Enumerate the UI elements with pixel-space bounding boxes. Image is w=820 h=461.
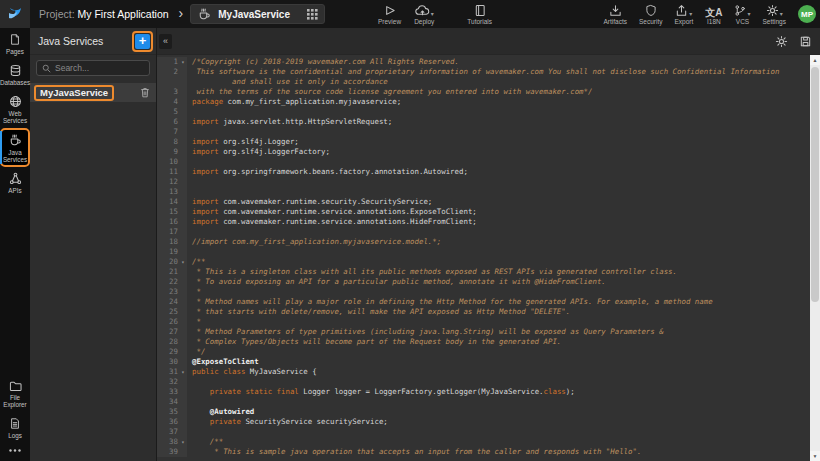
scroll-up-arrow[interactable]: ▲ bbox=[810, 55, 820, 65]
line-number: 14 bbox=[157, 197, 179, 207]
code-line[interactable]: 32 bbox=[157, 377, 810, 387]
save-button[interactable] bbox=[799, 35, 812, 48]
gutter-space bbox=[179, 157, 187, 167]
scrollbar-thumb[interactable] bbox=[811, 67, 819, 302]
service-name[interactable]: MyJavaService bbox=[34, 85, 114, 101]
code-line[interactable]: 9import org.slf4j.LoggerFactory; bbox=[157, 147, 810, 157]
gutter-space bbox=[179, 447, 187, 457]
sidebar-item-databases[interactable]: Databases bbox=[0, 59, 30, 90]
export-button[interactable]: ▾Export bbox=[674, 4, 693, 25]
search-input[interactable] bbox=[55, 63, 144, 73]
code-line[interactable]: 39 * This is sample java operation that … bbox=[157, 447, 810, 457]
code-line[interactable]: 25 * that starts with delete/remove, wil… bbox=[157, 307, 810, 317]
code-line[interactable]: 23 * bbox=[157, 287, 810, 297]
code-line[interactable]: 24 * Method names will play a major role… bbox=[157, 297, 810, 307]
service-list-item[interactable]: MyJavaService bbox=[30, 83, 156, 102]
code-line[interactable]: 20▾/** bbox=[157, 257, 810, 267]
deploy-button[interactable]: ▾Deploy bbox=[414, 4, 434, 25]
line-number: 10 bbox=[157, 157, 179, 167]
code-line[interactable]: 37 bbox=[157, 427, 810, 437]
tutorials-button[interactable]: Tutorials bbox=[467, 4, 492, 25]
box-up-icon bbox=[675, 4, 688, 17]
security-button[interactable]: Security bbox=[639, 4, 662, 25]
sidebar-item-apis[interactable]: APIs bbox=[0, 167, 30, 198]
code-line[interactable]: 17 bbox=[157, 227, 810, 237]
code-line[interactable]: 15import com.wavemaker.runtime.service.a… bbox=[157, 207, 810, 217]
scroll-down-arrow[interactable]: ▼ bbox=[810, 451, 820, 461]
code-line[interactable]: 36 private SecurityService securityServi… bbox=[157, 417, 810, 427]
sidebar-item-logs[interactable]: Logs bbox=[0, 412, 30, 443]
search-row bbox=[30, 55, 156, 80]
preview-button[interactable]: Preview bbox=[378, 4, 401, 25]
sidebar-item-web-services[interactable]: Web Services bbox=[0, 90, 30, 128]
code-line[interactable]: 16import com.wavemaker.runtime.service.a… bbox=[157, 217, 810, 227]
collapse-panel-button[interactable]: « bbox=[159, 34, 172, 49]
grid-icon[interactable] bbox=[307, 9, 318, 20]
sidebar-item-pages[interactable]: Pages bbox=[0, 28, 30, 59]
code-text: import org.slf4j.LoggerFactory; bbox=[187, 147, 810, 157]
code-editor: « 1▾/*Copyright (c) 2018-2019 wavemaker.… bbox=[157, 28, 820, 461]
line-number: 11 bbox=[157, 167, 179, 177]
fold-marker-icon[interactable]: ▾ bbox=[179, 367, 187, 377]
code-line[interactable]: 26 * bbox=[157, 317, 810, 327]
search-icon bbox=[42, 64, 51, 73]
code-line[interactable]: 31▾public class MyJavaService { bbox=[157, 367, 810, 377]
code-line[interactable]: 14import com.wavemaker.runtime.security.… bbox=[157, 197, 810, 207]
code-line[interactable]: 11import org.springframework.beans.facto… bbox=[157, 167, 810, 177]
code-line[interactable]: 7 bbox=[157, 127, 810, 137]
code-line[interactable]: 4package com.my_first_application.myjava… bbox=[157, 97, 810, 107]
code-line[interactable]: 38▾ /** bbox=[157, 437, 810, 447]
code-line[interactable]: 33 private static final Logger logger = … bbox=[157, 387, 810, 397]
chevron-right-icon[interactable]: › bbox=[179, 5, 184, 21]
code-line[interactable]: 10 bbox=[157, 157, 810, 167]
wavemaker-logo[interactable] bbox=[0, 0, 30, 28]
code-line[interactable]: 35 @Autowired bbox=[157, 407, 810, 417]
settings-button[interactable]: ▾Settings bbox=[763, 4, 787, 25]
code-area[interactable]: 1▾/*Copyright (c) 2018-2019 wavemaker.co… bbox=[157, 55, 820, 461]
project-breadcrumb[interactable]: Project: My First Application bbox=[39, 8, 169, 20]
gear-icon[interactable] bbox=[775, 35, 788, 48]
i18n-button[interactable]: 文AI18N bbox=[705, 4, 722, 25]
code-line[interactable]: 19 bbox=[157, 247, 810, 257]
code-line[interactable]: 18//import com.my_first_application.myja… bbox=[157, 237, 810, 247]
add-service-button[interactable]: + bbox=[135, 34, 150, 49]
page-icon bbox=[9, 33, 21, 46]
code-line[interactable]: 13 bbox=[157, 187, 810, 197]
code-line[interactable]: 21 * This is a singleton class with all … bbox=[157, 267, 810, 277]
code-line[interactable]: 3 with the terms of the source code lice… bbox=[157, 87, 810, 97]
code-line[interactable]: 28 * Complex Types/Objects will become p… bbox=[157, 337, 810, 347]
vertical-scrollbar[interactable]: ▲ ▼ bbox=[810, 55, 820, 461]
left-sidebar: PagesDatabasesWeb ServicesJava ServicesA… bbox=[0, 28, 30, 461]
code-text: //import com.my_first_application.myjava… bbox=[187, 237, 810, 247]
code-line[interactable]: 29 */ bbox=[157, 347, 810, 357]
code-line[interactable]: 34 bbox=[157, 397, 810, 407]
sidebar-item-file-explorer[interactable]: File Explorer bbox=[0, 375, 30, 412]
code-line[interactable]: 8import org.slf4j.Logger; bbox=[157, 137, 810, 147]
sidebar-item-java-services[interactable]: Java Services bbox=[0, 128, 30, 167]
code-line[interactable]: 30@ExposeToClient bbox=[157, 357, 810, 367]
vcs-button[interactable]: ▾VCS bbox=[734, 4, 750, 25]
gutter-space bbox=[179, 117, 187, 127]
fold-marker-icon[interactable]: ▾ bbox=[179, 257, 187, 267]
user-avatar[interactable]: MP bbox=[798, 5, 816, 23]
code-line[interactable]: 1▾/*Copyright (c) 2018-2019 wavemaker.co… bbox=[157, 57, 810, 67]
line-number: 30 bbox=[157, 357, 179, 367]
code-line[interactable]: 22 * To avoid exposing an API for a part… bbox=[157, 277, 810, 287]
shield-icon bbox=[645, 4, 657, 17]
code-text bbox=[187, 127, 810, 137]
code-line[interactable]: 27 * Method Parameters of type primitive… bbox=[157, 327, 810, 337]
trash-icon[interactable] bbox=[140, 87, 150, 98]
search-box[interactable] bbox=[36, 60, 150, 76]
fold-marker-icon[interactable]: ▾ bbox=[179, 437, 187, 447]
code-text: import com.wavemaker.runtime.service.ann… bbox=[187, 217, 810, 227]
fold-marker-icon[interactable]: ▾ bbox=[179, 57, 187, 67]
artifacts-button[interactable]: Artifacts bbox=[603, 4, 626, 25]
code-line[interactable]: 12 bbox=[157, 177, 810, 187]
code-text: private SecurityService securityService; bbox=[187, 417, 810, 427]
line-number: 15 bbox=[157, 207, 179, 217]
sidebar-item-more[interactable] bbox=[0, 443, 30, 457]
code-line[interactable]: 6import javax.servlet.http.HttpServletRe… bbox=[157, 117, 810, 127]
code-line[interactable]: 5 bbox=[157, 107, 810, 117]
code-line[interactable]: 2 This software is the confidential and … bbox=[157, 67, 810, 87]
tab-myjavaservice[interactable]: MyJavaService bbox=[190, 4, 325, 24]
